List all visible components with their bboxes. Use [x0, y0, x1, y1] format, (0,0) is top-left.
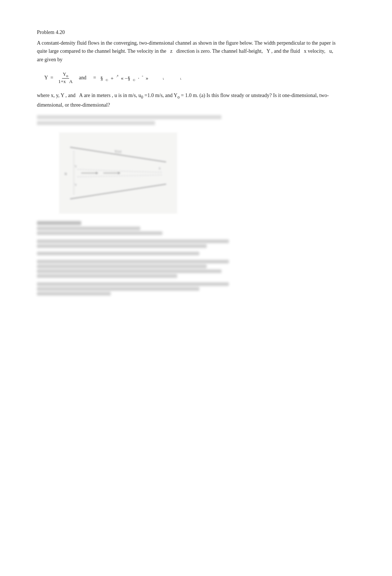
eq-rhs-subs: ɩ ɩ: [157, 75, 182, 80]
svg-text:u: u: [65, 171, 67, 176]
eq-rhs-label: =: [92, 75, 97, 81]
answer-block-4: [37, 260, 355, 278]
answer-section: [37, 221, 355, 296]
diagram-area: u Y(x) x Y Y: [59, 132, 177, 214]
eq-fraction: Yo 1+x A: [58, 71, 73, 84]
answer-block-1: [37, 221, 355, 235]
svg-text:x: x: [159, 166, 161, 170]
svg-text:Y(x): Y(x): [114, 149, 121, 154]
answer-block-3: [37, 252, 355, 255]
blurred-intro-answers: [37, 115, 355, 125]
eq-rhs-term1: § © + ·a « −§ © · ° »: [100, 74, 148, 82]
page: Problem 4.20 A constant-density fluid fl…: [0, 0, 392, 576]
svg-text:Y: Y: [75, 183, 77, 187]
eq-Y-label: Y =: [44, 75, 55, 81]
equation-block: Y = Yo 1+x A and = § © + ·a « −§ © · ° »…: [44, 71, 355, 84]
problem-title: Problem 4.20: [37, 30, 355, 35]
where-text: where x, y, Y , and A are in meters , u …: [37, 92, 340, 109]
eq-and: and: [76, 75, 89, 81]
answer-block-2: [37, 239, 355, 248]
answer-block-5: [37, 282, 355, 296]
svg-text:Y: Y: [75, 165, 77, 168]
intro-text: A constant-density fluid flows in the co…: [37, 39, 340, 64]
